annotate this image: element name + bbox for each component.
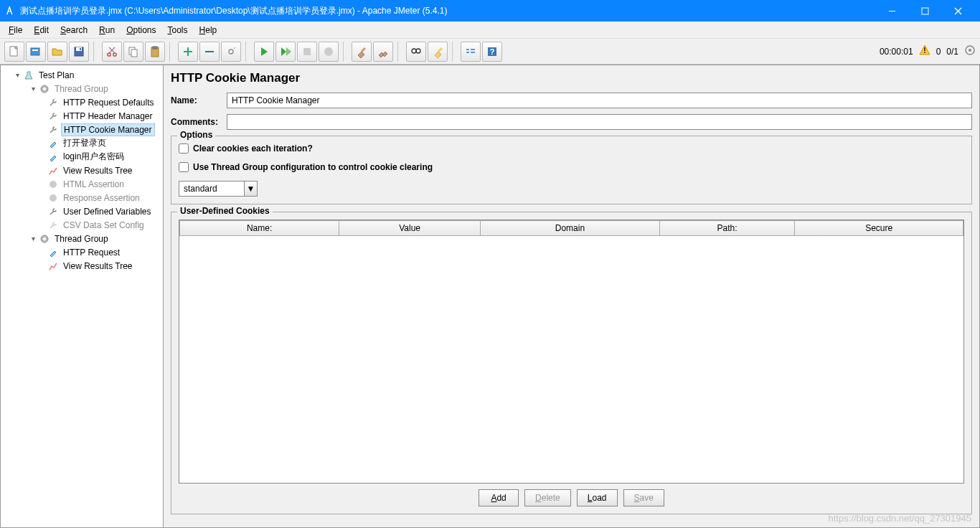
svg-point-18 — [416, 49, 420, 53]
tree-response-assertion[interactable]: Response Assertion — [1, 191, 163, 204]
svg-rect-15 — [303, 48, 311, 55]
maximize-button[interactable] — [908, 0, 941, 22]
cookies-table[interactable]: Name: Value Domain Path: Secure — [179, 220, 964, 484]
menu-options[interactable]: Options — [121, 23, 161, 37]
stop-button[interactable] — [297, 42, 317, 62]
tree-http-header-manager[interactable]: HTTP Header Manager — [1, 109, 163, 123]
comments-input[interactable] — [227, 114, 972, 130]
error-count: 0 — [936, 47, 941, 57]
paste-button[interactable] — [145, 42, 165, 62]
window-title: 测试点播培训学员登录.jmx (C:\Users\Administrator\D… — [20, 5, 875, 17]
pipette-icon — [47, 138, 59, 149]
pipette-icon — [47, 247, 59, 258]
svg-rect-19 — [466, 49, 469, 50]
tree-csv-config[interactable]: CSV Data Set Config — [1, 218, 163, 232]
cookies-legend: User-Defined Cookies — [177, 206, 273, 216]
chart-icon — [47, 165, 59, 176]
tree-thread-group-1[interactable]: ▾Thread Group — [1, 82, 163, 95]
delete-button[interactable]: Delete — [524, 489, 571, 506]
save-cookies-button[interactable]: Save — [623, 489, 664, 506]
collapse-button[interactable] — [199, 42, 220, 62]
svg-rect-7 — [80, 48, 81, 50]
clear-each-checkbox[interactable] — [179, 143, 189, 154]
policy-combo[interactable]: standard ▼ — [179, 181, 258, 197]
save-button[interactable] — [69, 42, 89, 62]
new-button[interactable] — [4, 42, 24, 62]
wrench-icon — [47, 110, 59, 122]
clear-each-label: Clear cookies each iteration? — [193, 143, 313, 154]
svg-point-31 — [50, 194, 57, 202]
tree-http-cookie-manager[interactable]: HTTP Cookie Manager — [1, 123, 163, 136]
menu-tools[interactable]: Tools — [162, 23, 194, 37]
options-fieldset: Options Clear cookies each iteration? Us… — [171, 136, 972, 204]
wrench-icon — [47, 97, 59, 108]
tree-user-defined-vars[interactable]: User Defined Variables — [1, 204, 163, 218]
table-body[interactable] — [179, 236, 963, 483]
wrench-icon — [47, 206, 59, 217]
tree-http-request-defaults[interactable]: HTTP Request Defaults — [1, 95, 163, 109]
tree-login-userpass[interactable]: login用户名密码 — [1, 150, 163, 164]
minimize-button[interactable] — [875, 0, 908, 22]
pipette-icon — [47, 151, 59, 163]
svg-rect-1 — [922, 8, 928, 14]
use-tg-config-checkbox[interactable] — [179, 162, 189, 172]
templates-button[interactable] — [26, 42, 46, 62]
toolbar: ? 00:00:01 ! 0 0/1 — [0, 39, 980, 65]
col-domain[interactable]: Domain — [480, 221, 659, 236]
menu-file[interactable]: File — [3, 23, 28, 37]
chevron-down-icon: ▼ — [244, 182, 257, 196]
tree-view-results-tree[interactable]: View Results Tree — [1, 164, 163, 177]
copy-button[interactable] — [123, 42, 143, 62]
reset-search-button[interactable] — [428, 42, 448, 62]
svg-point-16 — [324, 47, 333, 56]
tree-view-results-tree-2[interactable]: View Results Tree — [1, 259, 163, 273]
gear-icon — [39, 83, 50, 95]
menu-search[interactable]: Search — [55, 23, 93, 37]
help-button[interactable]: ? — [482, 42, 502, 62]
svg-text:!: ! — [923, 47, 925, 55]
col-secure[interactable]: Secure — [795, 221, 963, 236]
svg-rect-11 — [131, 50, 137, 57]
search-button[interactable] — [406, 42, 426, 62]
svg-point-14 — [229, 50, 233, 54]
svg-rect-20 — [466, 52, 469, 53]
clear-all-button[interactable] — [373, 42, 393, 62]
svg-point-8 — [108, 52, 110, 55]
toolbar-status: 00:00:01 ! 0 0/1 — [880, 44, 976, 58]
gear-icon — [39, 233, 50, 245]
col-value[interactable]: Value — [339, 221, 481, 236]
menubar: File Edit Search Run Options Tools Help — [0, 22, 980, 39]
svg-text:?: ? — [490, 47, 495, 56]
load-button[interactable]: Load — [577, 489, 618, 506]
elapsed-time: 00:00:01 — [880, 47, 913, 57]
name-input[interactable] — [227, 93, 972, 108]
svg-rect-3 — [31, 48, 39, 55]
function-helper-button[interactable] — [461, 42, 481, 62]
tree-open-login[interactable]: 打开登录页 — [1, 136, 163, 150]
svg-rect-13 — [153, 47, 157, 49]
expand-button[interactable] — [178, 42, 198, 62]
close-button[interactable] — [941, 0, 974, 22]
cut-button[interactable] — [102, 42, 122, 62]
start-no-timers-button[interactable] — [275, 42, 296, 62]
tree-test-plan[interactable]: ▾Test Plan — [1, 68, 163, 82]
col-path[interactable]: Path: — [659, 221, 795, 236]
svg-point-27 — [969, 49, 971, 52]
menu-help[interactable]: Help — [194, 23, 223, 37]
engine-icon — [964, 44, 976, 58]
menu-edit[interactable]: Edit — [28, 23, 55, 37]
shutdown-button[interactable] — [319, 42, 339, 62]
open-button[interactable] — [47, 42, 67, 62]
toggle-button[interactable] — [221, 42, 241, 62]
menu-run[interactable]: Run — [93, 23, 121, 37]
tree-thread-group-2[interactable]: ▾Thread Group — [1, 232, 163, 245]
tree-html-assertion[interactable]: HTML Assertion — [1, 177, 163, 191]
wrench-icon — [47, 124, 59, 136]
tree-http-request[interactable]: HTTP Request — [1, 245, 163, 259]
clear-button[interactable] — [352, 42, 372, 62]
col-name[interactable]: Name: — [180, 221, 339, 236]
svg-rect-22 — [471, 52, 475, 53]
tree-panel[interactable]: ▾Test Plan ▾Thread Group HTTP Request De… — [0, 65, 164, 528]
add-button[interactable]: Add — [479, 489, 519, 506]
start-button[interactable] — [254, 42, 274, 62]
